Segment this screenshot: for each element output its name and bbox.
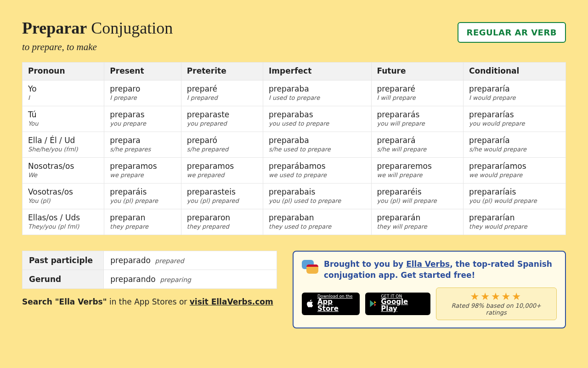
column-header: Imperfect (263, 63, 371, 80)
google-play-icon (369, 299, 378, 308)
conjugation-cell: prepararíaI would prepare (464, 80, 566, 106)
gerund-value: preparando preparing (104, 270, 277, 289)
rating-box: ★★★★★ Rated 98% based on 10,000+ ratings (436, 288, 557, 320)
pronoun-cell: Vosotras/osYou (pl) (23, 184, 104, 209)
conjugation-cell: preparoI prepare (104, 80, 181, 106)
promo-box: Brought to you by Ella Verbs, the top-ra… (293, 251, 566, 328)
table-row: YoIpreparoI preparepreparéI preparedprep… (23, 80, 566, 106)
column-header: Conditional (464, 63, 566, 80)
pronoun-cell: Nosotras/osWe (23, 158, 104, 184)
conjugation-cell: prepararíaisyou (pl) would prepare (464, 184, 566, 209)
app-icon (302, 259, 318, 276)
conjugation-cell: preparamoswe prepare (104, 158, 181, 184)
conjugation-cell: prepararás/he will prepare (371, 132, 464, 158)
conjugation-cell: preparasteisyou (pl) prepared (181, 184, 263, 209)
participle-table: Past participle preparado prepared Gerun… (22, 251, 277, 289)
rating-text: Rated 98% based on 10,000+ ratings (443, 302, 550, 316)
conjugation-cell: preparamoswe prepared (181, 158, 263, 184)
conjugation-cell: prepararemoswe will prepare (371, 158, 464, 184)
pronoun-cell: Ella / Él / UdShe/he/you (fml) (23, 132, 104, 158)
column-header: Future (371, 63, 464, 80)
ella-verbs-link[interactable]: Ella Verbs (406, 259, 450, 269)
conjugation-cell: preparabasyou used to prepare (263, 106, 371, 132)
conjugation-cell: preparábamoswe used to prepare (263, 158, 371, 184)
star-icons: ★★★★★ (443, 291, 550, 302)
google-play-button[interactable]: GET IT ON Google Play (365, 293, 430, 315)
conjugation-cell: preparáisyou (pl) prepare (104, 184, 181, 209)
conjugation-cell: preparabaI used to prepare (263, 80, 371, 106)
conjugation-cell: preparabas/he used to prepare (263, 132, 371, 158)
conjugation-cell: prepararéisyou (pl) will prepare (371, 184, 464, 209)
conjugation-cell: preparasyou prepare (104, 106, 181, 132)
pronoun-cell: Ellas/os / UdsThey/you (pl fml) (23, 209, 104, 235)
table-row: TúYoupreparasyou preparepreparasteyou pr… (23, 106, 566, 132)
column-header: Pronoun (23, 63, 104, 80)
conjugation-cell: prepararánthey will prepare (371, 209, 464, 235)
conjugation-label: Conjugation (91, 19, 173, 37)
conjugation-cell: prepararíanthey would prepare (464, 209, 566, 235)
table-row: Vosotras/osYou (pl)preparáisyou (pl) pre… (23, 184, 566, 209)
conjugation-cell: preparasteyou prepared (181, 106, 263, 132)
conjugation-cell: preparéI prepared (181, 80, 263, 106)
conjugation-cell: prepararíamoswe would prepare (464, 158, 566, 184)
conjugation-cell: preparabanthey used to prepare (263, 209, 371, 235)
app-store-button[interactable]: Download on the App Store (302, 293, 360, 315)
visit-site-link[interactable]: visit EllaVerbs.com (190, 297, 273, 306)
conjugation-cell: prepararías/he would prepare (464, 132, 566, 158)
past-participle-value: preparado prepared (104, 251, 277, 270)
conjugation-cell: prepararásyou will prepare (371, 106, 464, 132)
page-title: Preparar Conjugation (22, 18, 173, 38)
verb-type-badge: REGULAR AR VERB (458, 22, 566, 43)
conjugation-cell: preparanthey prepare (104, 209, 181, 235)
promo-text: Brought to you by Ella Verbs, the top-ra… (324, 259, 557, 281)
conjugation-cell: preparas/he prepares (104, 132, 181, 158)
conjugation-table: PronounPresentPreteriteImperfectFutureCo… (22, 62, 566, 235)
apple-icon (305, 299, 315, 308)
verb-name: Preparar (22, 19, 87, 37)
search-instruction: Search "Ella Verbs" in the App Stores or… (22, 297, 277, 306)
table-row: Ella / Él / UdShe/he/you (fml)preparas/h… (23, 132, 566, 158)
table-row: Ellas/os / UdsThey/you (pl fml)preparant… (23, 209, 566, 235)
column-header: Preterite (181, 63, 263, 80)
past-participle-label: Past participle (23, 251, 104, 270)
column-header: Present (104, 63, 181, 80)
table-row: Nosotras/osWepreparamoswe prepareprepara… (23, 158, 566, 184)
conjugation-cell: prepararíasyou would prepare (464, 106, 566, 132)
conjugation-cell: preparabaisyou (pl) used to prepare (263, 184, 371, 209)
verb-translation: to prepare, to make (22, 41, 173, 53)
conjugation-cell: prepararéI will prepare (371, 80, 464, 106)
gerund-label: Gerund (23, 270, 104, 289)
conjugation-cell: prepararonthey prepared (181, 209, 263, 235)
conjugation-cell: preparós/he prepared (181, 132, 263, 158)
title-block: Preparar Conjugation to prepare, to make (22, 18, 173, 53)
pronoun-cell: YoI (23, 80, 104, 106)
pronoun-cell: TúYou (23, 106, 104, 132)
